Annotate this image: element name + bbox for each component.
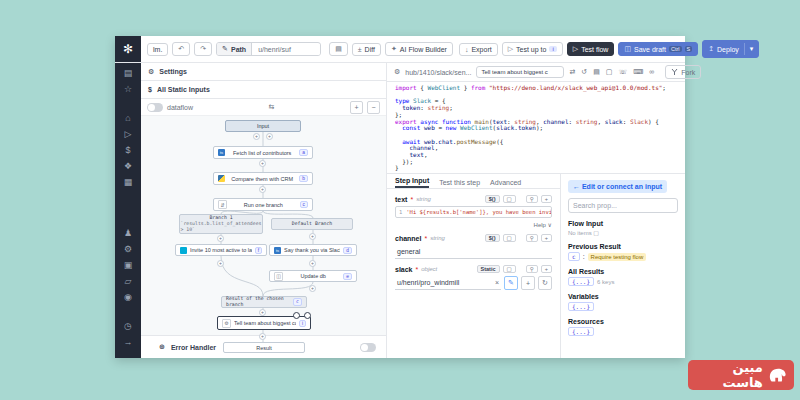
add-step-button[interactable]: + — [309, 285, 316, 292]
flow-node-fetch-contributors[interactable]: ts Fetch list of contributors a — [213, 146, 313, 159]
zoom-out-button[interactable]: − — [367, 101, 380, 114]
workers-icon[interactable]: ▣ — [124, 261, 133, 270]
export-button[interactable]: ↓Export — [459, 43, 498, 56]
tab-advanced[interactable]: Advanced — [490, 179, 521, 188]
flow-node-input[interactable]: Input — [225, 120, 301, 132]
connect-input-button[interactable]: ⚲ — [526, 265, 538, 273]
fit-view-icon[interactable]: ⇆ — [197, 103, 346, 111]
error-handler-toggle[interactable] — [360, 343, 376, 352]
edit-or-connect-button[interactable]: ← Edit or connect an input — [568, 180, 667, 193]
undo-button[interactable]: ↶ — [172, 42, 190, 56]
expand-field-button[interactable]: ▢ — [503, 265, 516, 273]
tab-test-this-step[interactable]: Test this step — [439, 179, 480, 188]
search-prop-input[interactable]: Search prop... — [568, 198, 678, 213]
folders-icon[interactable]: ▱ — [125, 277, 132, 286]
users-icon[interactable]: ♟ — [124, 229, 132, 238]
flow-settings-row[interactable]: ⚙Settings — [141, 63, 386, 81]
docs-button[interactable]: ▤ — [329, 42, 348, 56]
hub-path[interactable]: hub/1410/slack/sen... — [405, 69, 471, 76]
save-draft-button[interactable]: ◫Save draftCtrlS — [618, 42, 698, 56]
home-icon[interactable]: ⌂ — [125, 114, 130, 123]
connect-input-button[interactable]: ⚲ — [526, 234, 538, 242]
test-up-to-button[interactable]: ▷Test up toi — [502, 42, 563, 56]
path-field[interactable]: ✎Path u/henri/suf — [216, 42, 321, 56]
shortcuts-icon[interactable]: ⌨ — [633, 68, 643, 76]
node-copy-button[interactable] — [293, 312, 300, 319]
fork-button[interactable]: Fork — [665, 65, 701, 79]
docs-icon[interactable]: ▤ — [124, 69, 133, 78]
recent-icon[interactable]: ◷ — [124, 322, 132, 331]
settings-icon[interactable]: ⚙ — [124, 245, 132, 254]
object-chip[interactable]: {...} — [568, 327, 594, 336]
add-step-button[interactable]: + — [217, 260, 224, 267]
flow-node-result[interactable]: Result — [223, 342, 305, 353]
redo-button[interactable]: ↷ — [194, 42, 212, 56]
flow-node-compare-crm[interactable]: Compare them with CRM b — [213, 172, 313, 185]
collapse-sidebar-icon[interactable]: → — [124, 338, 133, 347]
flow-node-invite-party[interactable]: Invite 10 most active to launch party f — [175, 244, 267, 256]
add-step-button[interactable]: + — [253, 133, 260, 140]
add-step-button[interactable]: + — [259, 160, 266, 167]
clear-icon[interactable]: × — [495, 279, 499, 286]
library-icon[interactable]: ▤ — [593, 68, 600, 76]
favorites-star-icon[interactable]: ☆ — [124, 85, 132, 94]
deploy-button[interactable]: ↥Deploy▾ — [702, 40, 759, 58]
text-expr-editor[interactable]: 1 'Hi ${results.b['name']}, you have bee… — [395, 206, 552, 218]
expr-toggle-button[interactable]: $() — [485, 234, 500, 242]
add-step-button[interactable]: + — [217, 235, 224, 242]
refresh-resource-button[interactable]: ↻ — [538, 276, 552, 290]
slack-resource-input[interactable]: u/henri/pro_windmill × — [395, 276, 501, 290]
add-arg-button[interactable]: + — [541, 195, 552, 203]
workspace-button[interactable]: lm. — [147, 43, 168, 56]
object-chip[interactable]: {...} — [568, 277, 594, 286]
flow-node-update-db[interactable]: ◫ Update db e — [269, 270, 357, 282]
object-chip[interactable]: {...} — [568, 302, 594, 311]
step-summary-input[interactable] — [476, 66, 564, 78]
history-icon[interactable]: ↺ — [581, 68, 587, 76]
deploy-dropdown-chevron-icon[interactable]: ▾ — [750, 45, 754, 53]
test-flow-button[interactable]: ▷Test flow — [567, 42, 615, 56]
flow-node-branch-result[interactable]: Result of the chosen branchc — [221, 296, 307, 308]
expand-field-button[interactable]: ▢ — [503, 234, 516, 242]
static-toggle-button[interactable]: Static — [477, 265, 500, 273]
runs-icon[interactable]: ▷ — [125, 130, 132, 139]
path-value[interactable]: u/henri/suf — [252, 44, 320, 55]
add-step-button[interactable]: + — [259, 309, 266, 316]
static-inputs-row[interactable]: $All Static Inputs — [141, 81, 386, 99]
expand-icon[interactable]: ▢ — [606, 68, 613, 76]
prev-step-id-chip[interactable]: c — [568, 252, 580, 261]
add-step-button[interactable]: + — [309, 233, 316, 240]
zoom-in-button[interactable]: + — [350, 101, 363, 114]
help-link[interactable]: Help ∨ — [395, 221, 552, 228]
add-arg-button[interactable]: + — [541, 234, 552, 242]
audit-logs-icon[interactable]: ◉ — [124, 293, 132, 302]
edit-resource-button[interactable]: ✎ — [504, 276, 518, 290]
flow-node-default-branch[interactable]: Default Branch — [271, 218, 353, 230]
add-step-button[interactable]: + — [259, 333, 266, 340]
flow-node-say-thanks-slack[interactable]: ts Say thank you via Slack d — [269, 244, 357, 256]
dataflow-toggle[interactable] — [147, 103, 163, 112]
sync-icon[interactable]: ⇄ — [569, 68, 575, 76]
new-resource-button[interactable]: + — [521, 276, 535, 290]
flow-node-run-one-branch[interactable]: ⇵ Run one branch c — [213, 198, 313, 211]
flow-node-branch-1[interactable]: Branch 1 `results.b.list_of_attendees > … — [179, 214, 263, 234]
schedules-icon[interactable]: ▦ — [124, 178, 133, 187]
windmill-logo-icon[interactable]: ✻ — [115, 36, 141, 62]
add-arg-button[interactable]: + — [541, 265, 552, 273]
node-delete-button[interactable] — [304, 312, 311, 319]
expr-toggle-button[interactable]: $() — [485, 195, 500, 203]
infinity-icon[interactable]: ∞ — [649, 68, 654, 76]
expand-field-button[interactable]: ▢ — [503, 195, 516, 203]
connect-input-button[interactable]: ⚲ — [526, 195, 538, 203]
channel-input[interactable]: general — [395, 245, 552, 259]
diff-button[interactable]: ±Diff — [352, 43, 381, 56]
ai-flow-builder-button[interactable]: ✦AI Flow Builder — [385, 42, 453, 56]
resources-icon[interactable]: ❖ — [124, 162, 132, 171]
add-step-button[interactable]: + — [309, 260, 316, 267]
assistant-icon[interactable]: ☏ — [618, 68, 627, 76]
add-branch-button[interactable]: + — [266, 133, 273, 140]
code-area[interactable]: import { WebClient } from "https://deno.… — [387, 82, 685, 173]
variables-icon[interactable]: $ — [125, 146, 130, 155]
tab-step-input[interactable]: Step Input — [395, 177, 429, 188]
add-step-button[interactable]: + — [259, 186, 266, 193]
